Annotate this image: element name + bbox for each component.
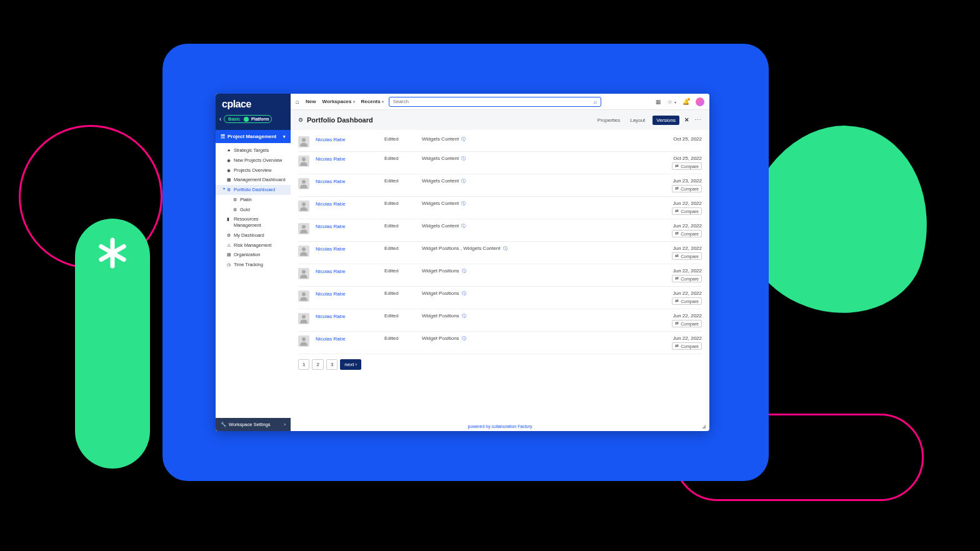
workspace-settings-button[interactable]: 🔧Workspace Settings ›	[216, 418, 291, 431]
page-1-button[interactable]: 1	[298, 359, 309, 370]
nav-label: Portfolio Dashboard	[234, 187, 275, 193]
favorites-menu[interactable]: ☆ ▾	[668, 99, 676, 105]
info-icon[interactable]: ⓘ	[461, 224, 466, 228]
compare-button[interactable]: ⇄Compare	[672, 252, 702, 260]
dashboard-icon: ⚙	[233, 207, 238, 212]
target-icon: ◉	[227, 167, 232, 173]
tab-properties[interactable]: Properties	[595, 116, 622, 125]
nav-label: My Dashboard	[234, 232, 264, 239]
logo: cplace	[216, 94, 291, 115]
new-menu[interactable]: New	[306, 99, 316, 104]
version-user-link[interactable]: Nicolas Rabe	[316, 201, 346, 207]
main-content: ⌂ New Workspaces▾ Recents▾ ⌕ ▦ ☆ ▾ 🔔 ⚙ P…	[291, 94, 709, 431]
compare-button[interactable]: ⇄Compare	[672, 275, 702, 282]
info-icon[interactable]: ⓘ	[462, 269, 466, 273]
version-date: Oct 25, 2022	[646, 156, 702, 161]
user-avatar[interactable]	[696, 97, 704, 106]
nav-management-dashboard[interactable]: ▦Management Dashboard	[216, 175, 291, 185]
notifications-icon[interactable]: 🔔	[682, 99, 689, 105]
version-user-link[interactable]: Nicolas Rabe	[316, 179, 346, 184]
nav-strategic-targets[interactable]: ★Strategic Targets	[216, 146, 291, 156]
info-icon[interactable]: ⓘ	[503, 246, 508, 251]
svg-point-3	[302, 138, 306, 142]
tab-layout[interactable]: Layout	[628, 116, 648, 125]
search-icon: ⌕	[594, 99, 597, 105]
nav-label: Organization	[234, 252, 261, 258]
version-user-link[interactable]: Nicolas Rabe	[316, 224, 346, 229]
chevron-right-icon: ›	[355, 362, 357, 367]
nav-gold[interactable]: ⚙Gold	[216, 205, 291, 215]
version-user-link[interactable]: Nicolas Rabe	[316, 291, 346, 297]
nav-projects-overview[interactable]: ◉Projects Overview	[216, 166, 291, 176]
compare-button[interactable]: ⇄Compare	[672, 162, 702, 170]
nav-my-dashboard[interactable]: ⚙My Dashboard	[216, 231, 291, 241]
more-menu-icon[interactable]: ⋯	[694, 116, 702, 124]
version-user-link[interactable]: Nicolas Rabe	[316, 246, 346, 252]
info-icon[interactable]: ⓘ	[462, 314, 466, 318]
resize-handle-icon[interactable]: ◢	[702, 424, 708, 430]
version-date: Jun 22, 2022	[646, 268, 702, 274]
version-user-link[interactable]: Nicolas Rabe	[316, 336, 346, 342]
compare-button[interactable]: ⇄Compare	[672, 320, 702, 327]
nav-new-projects[interactable]: ◉New Projects Overview	[216, 156, 291, 166]
version-action: Edited	[384, 268, 416, 274]
info-icon[interactable]: ⓘ	[462, 336, 466, 340]
info-icon[interactable]: ⓘ	[461, 201, 466, 206]
nav-resources[interactable]: ▮Ressources Management	[216, 214, 291, 231]
page-next-button[interactable]: next ›	[340, 359, 361, 370]
workspace-selector[interactable]: ☰Project Management ▾	[216, 130, 291, 143]
compare-button[interactable]: ⇄Compare	[672, 207, 702, 215]
workspaces-menu[interactable]: Workspaces▾	[322, 99, 355, 104]
info-icon[interactable]: ⓘ	[462, 291, 466, 295]
chevron-down-icon: ▾	[283, 134, 286, 139]
mode-toggle-pill[interactable]: Basic Platform	[224, 115, 272, 123]
page-2-button[interactable]: 2	[312, 359, 323, 370]
compare-button[interactable]: ⇄Compare	[672, 297, 702, 305]
version-description: Widget Positions , Widgets Content ⓘ	[422, 246, 639, 252]
recents-menu[interactable]: Recents▾	[361, 99, 384, 104]
search-input[interactable]	[393, 99, 594, 104]
org-icon: ▤	[227, 252, 232, 257]
search-box[interactable]: ⌕	[389, 97, 601, 107]
nav-time-tracking[interactable]: ◷Time Tracking	[216, 260, 291, 270]
page-3-button[interactable]: 3	[326, 359, 338, 370]
user-avatar-icon	[298, 223, 309, 234]
info-icon[interactable]: ⓘ	[461, 156, 466, 161]
svg-point-8	[302, 247, 306, 251]
pagination: 123next ›	[298, 354, 702, 375]
version-user-link[interactable]: Nicolas Rabe	[316, 314, 346, 319]
dashboard-icon: ⚙	[298, 117, 303, 123]
version-date: Oct 25, 2022	[646, 136, 702, 142]
apps-icon[interactable]: ▦	[656, 99, 661, 105]
info-icon[interactable]: ⓘ	[461, 137, 466, 141]
wrench-icon: 🔧	[221, 422, 226, 427]
compare-button[interactable]: ⇄Compare	[672, 230, 702, 237]
close-panel-icon[interactable]: ✕	[684, 117, 689, 123]
nav-platin[interactable]: ⚙Platin	[216, 195, 291, 205]
svg-point-11	[302, 315, 306, 319]
page-title: Portfolio Dashboard	[307, 116, 373, 124]
version-user-link[interactable]: Nicolas Rabe	[316, 269, 346, 274]
compare-button[interactable]: ⇄Compare	[672, 185, 702, 192]
nav-label: Platin	[240, 197, 252, 203]
sidebar-header: cplace ‹ Basic Platform	[216, 94, 291, 130]
info-icon[interactable]: ⓘ	[461, 179, 466, 183]
home-icon[interactable]: ⌂	[296, 98, 299, 105]
nav-portfolio-dashboard[interactable]: ▾⚙Portfolio Dashboard	[216, 185, 291, 195]
compare-button[interactable]: ⇄Compare	[672, 342, 702, 350]
version-user-link[interactable]: Nicolas Rabe	[316, 137, 346, 142]
collapse-sidebar-icon[interactable]: ‹	[219, 116, 221, 122]
tab-versions[interactable]: Versions	[652, 116, 679, 125]
recents-label: Recents	[361, 99, 381, 104]
nav-label: Time Tracking	[234, 262, 263, 268]
compare-icon: ⇄	[675, 321, 679, 326]
version-description: Widget Positions ⓘ	[422, 268, 639, 274]
user-avatar-icon	[298, 156, 309, 167]
version-row: Nicolas RabeEditedWidget Positions ⓘJun …	[298, 287, 702, 309]
version-row: Nicolas RabeEditedWidgets Content ⓘJun 2…	[298, 219, 702, 242]
version-row: Nicolas RabeEditedWidget Positions ⓘJun …	[298, 332, 702, 354]
chevron-down-icon: ▾	[382, 99, 384, 104]
version-user-link[interactable]: Nicolas Rabe	[316, 156, 346, 162]
nav-risk[interactable]: ⚠Risk Management	[216, 241, 291, 251]
nav-organization[interactable]: ▤Organization	[216, 250, 291, 260]
